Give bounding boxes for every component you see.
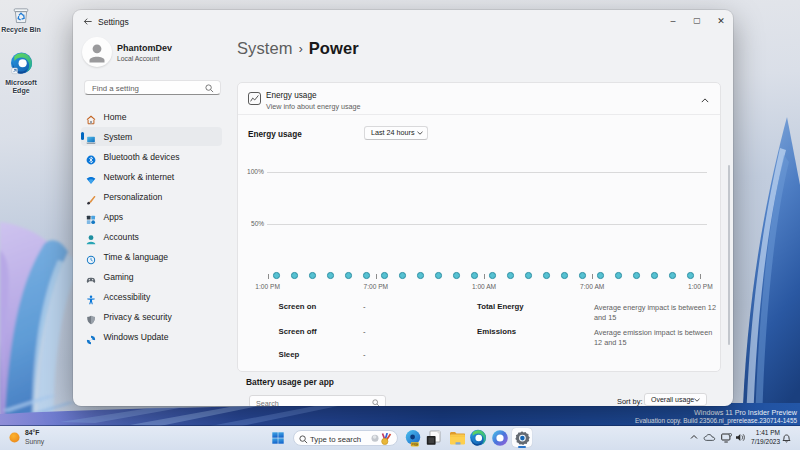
svg-text:PRE: PRE [411, 443, 419, 447]
